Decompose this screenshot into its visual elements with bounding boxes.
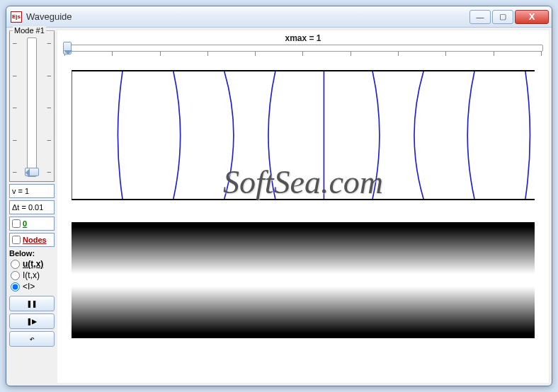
radio-intensity[interactable] [11,282,20,292]
radio-intensity-label: <I> [23,282,35,292]
xmax-slider-thumb[interactable] [63,42,72,54]
titlebar[interactable]: Ejs Waveguide — ▢ X [6,6,552,28]
pause-icon: ❚❚ [27,299,37,309]
maximize-button[interactable]: ▢ [492,10,513,24]
nodes-checkbox[interactable] [12,236,21,244]
app-icon: Ejs [11,11,22,23]
main-panel: xmax = 1 [57,30,549,383]
radio-intensity-row[interactable]: <I> [9,282,55,292]
zero-label: 0 [23,219,27,228]
mode-slider-ticks: ––––– [13,38,17,177]
step-icon: ❚▶ [27,316,37,326]
pause-button[interactable]: ❚❚ [9,296,55,311]
reset-icon: ↶ [29,334,34,344]
nodes-label: Nodes [23,236,47,244]
app-window: Ejs Waveguide — ▢ X Mode #1 ––––– [6,6,552,386]
zero-checkbox[interactable] [12,219,21,228]
mode-panel: Mode #1 ––––– ––––– [9,30,55,182]
xmax-label: xmax = 1 [62,33,545,43]
close-button[interactable]: X [515,10,549,24]
sidebar: Mode #1 ––––– ––––– v = 1 Δt = [9,30,55,383]
mode-slider[interactable] [27,38,37,177]
below-label: Below: [9,249,55,258]
radio-u-row[interactable]: u(t,x) [9,259,55,269]
wave-plot [72,70,535,200]
mode-label: Mode #1 [13,26,46,35]
radio-i[interactable] [11,271,20,280]
radio-u[interactable] [11,260,20,269]
dt-field[interactable]: Δt = 0.01 [9,200,55,214]
mode-slider-ticks-right: ––––– [47,38,51,177]
step-button[interactable]: ❚▶ [9,313,55,329]
intensity-band-lower [72,284,535,338]
intensity-plot [72,222,535,338]
mode-slider-thumb[interactable] [25,168,39,176]
radio-i-row[interactable]: I(t,x) [9,270,55,280]
radio-u-label: u(t,x) [23,259,43,269]
client-area: Mode #1 ––––– ––––– v = 1 Δt = [6,28,552,386]
xmax-slider-ticks [62,52,545,59]
nodes-checkbox-row[interactable]: Nodes [9,233,55,247]
window-title: Waveguide [26,11,468,22]
zero-checkbox-row[interactable]: 0 [9,217,55,231]
plot-area: SoftSea.com [57,59,549,383]
radio-i-label: I(t,x) [23,270,40,280]
intensity-gap [72,277,535,284]
reset-button[interactable]: ↶ [9,331,55,347]
xmax-slider[interactable] [62,43,545,59]
xmax-row: xmax = 1 [57,30,549,59]
intensity-band-upper [72,222,535,277]
minimize-button[interactable]: — [469,10,491,24]
v-field[interactable]: v = 1 [9,184,55,198]
